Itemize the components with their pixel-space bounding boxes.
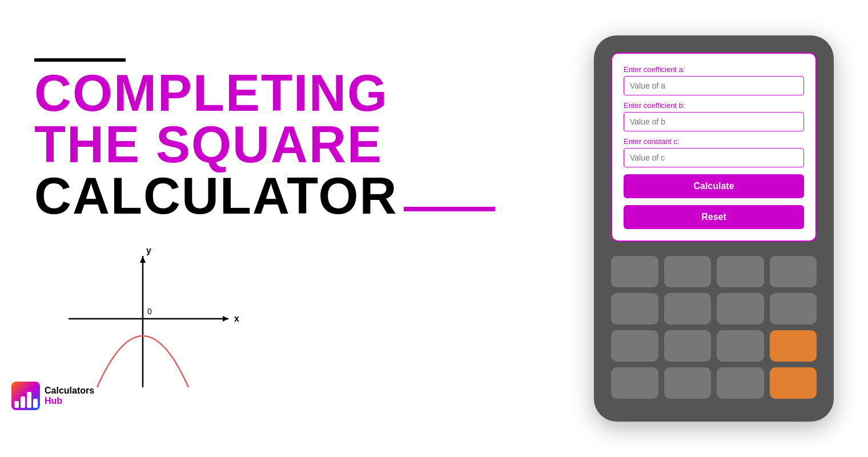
logo-icon — [11, 382, 40, 410]
key-14[interactable] — [717, 367, 764, 399]
key-10[interactable] — [664, 330, 712, 362]
title-completing: COMPLETING — [34, 67, 548, 119]
left-section: COMPLETING THE SQUARE CALCULATOR x y 0 — [0, 35, 582, 422]
key-3[interactable] — [717, 256, 764, 287]
logo-area: Calculators Hub — [11, 382, 94, 410]
logo-bar-4 — [33, 399, 38, 408]
key-enter-1[interactable] — [770, 330, 817, 362]
key-6[interactable] — [664, 293, 712, 324]
svg-marker-1 — [223, 316, 228, 322]
key-8[interactable] — [770, 293, 817, 324]
key-2[interactable] — [664, 256, 712, 287]
label-coefficient-a: Enter coefficient a: — [624, 65, 804, 74]
logo-text-hub: Hub — [45, 396, 94, 406]
key-4[interactable] — [770, 256, 817, 287]
reset-button[interactable]: Reset — [624, 205, 804, 229]
input-constant-c[interactable] — [624, 148, 804, 167]
calculator-device: Enter coefficient a: Enter coefficient b… — [594, 35, 834, 422]
title-calculator: CALCULATOR — [34, 170, 548, 222]
keypad — [611, 256, 817, 399]
calculate-button[interactable]: Calculate — [624, 174, 804, 198]
svg-text:0: 0 — [147, 307, 152, 316]
svg-text:x: x — [234, 314, 239, 323]
label-constant-c: Enter constant c: — [624, 137, 804, 146]
input-coefficient-a[interactable] — [624, 76, 804, 95]
label-coefficient-b: Enter coefficient b: — [624, 101, 804, 110]
svg-text:y: y — [146, 246, 151, 255]
key-9[interactable] — [611, 330, 658, 362]
key-enter-2[interactable] — [770, 367, 817, 399]
logo-text: Calculators Hub — [45, 386, 94, 406]
title-decorative-line — [34, 58, 126, 62]
input-coefficient-b[interactable] — [624, 112, 804, 131]
logo-bar-2 — [21, 396, 25, 408]
key-1[interactable] — [611, 256, 658, 287]
calculator-screen: Enter coefficient a: Enter coefficient b… — [611, 53, 817, 242]
parabola-graph: x y 0 — [34, 239, 251, 399]
key-12[interactable] — [611, 367, 658, 399]
right-section: Enter coefficient a: Enter coefficient b… — [582, 35, 868, 422]
title-the-square: THE SQUARE — [34, 119, 548, 170]
logo-bar-3 — [27, 392, 31, 408]
svg-marker-3 — [140, 256, 146, 263]
key-7[interactable] — [717, 293, 764, 324]
key-13[interactable] — [664, 367, 712, 399]
logo-text-calculators: Calculators — [45, 386, 94, 396]
key-5[interactable] — [611, 293, 658, 324]
logo-bar-1 — [14, 401, 19, 408]
key-11[interactable] — [717, 330, 764, 362]
